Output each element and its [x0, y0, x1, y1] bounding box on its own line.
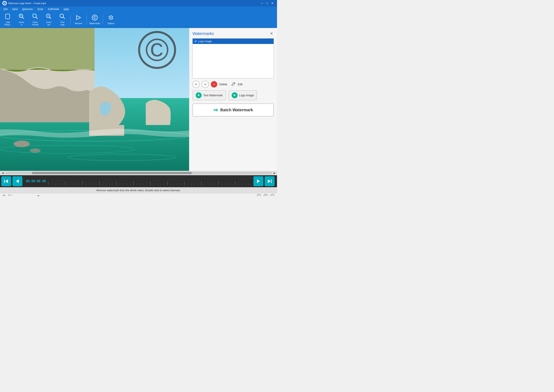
find-logo-label: FindLogo — [60, 21, 64, 26]
svg-point-45 — [270, 194, 274, 196]
ruler-tick — [245, 183, 249, 185]
zoom-out-button[interactable]: Zoomout — [42, 13, 55, 26]
maximize-button[interactable]: □ — [265, 1, 269, 5]
find-logo-icon — [59, 13, 66, 20]
menu-softorbits[interactable]: SoftOrbits — [46, 7, 61, 11]
svg-text:1: 1 — [19, 14, 20, 15]
add-files-icon — [5, 13, 11, 20]
remove-icon — [75, 14, 82, 21]
ruler-tick — [177, 183, 181, 185]
timeline-controls: 00:00:00 00 — [0, 175, 277, 187]
zoom-normal-button[interactable]: 1 Zoomnormal — [29, 13, 42, 26]
minimize-button[interactable]: ─ — [260, 1, 264, 5]
add-text-watermark-label: Text Watermark — [203, 94, 223, 97]
ruler-tick — [75, 183, 79, 185]
add-logo-image-icon: + — [232, 92, 238, 98]
ruler-tick — [225, 183, 228, 185]
move-up-button[interactable] — [192, 81, 200, 88]
skip-to-end-button[interactable] — [265, 176, 275, 186]
remove-button[interactable]: Remove — [72, 13, 85, 26]
ruler-tick — [215, 183, 218, 185]
ruler-tick — [69, 183, 72, 185]
facebook-icon[interactable]: f — [257, 194, 261, 196]
window-title: Remove Logo Now! - Coast.mp4 — [8, 2, 46, 5]
video-canvas: © — [0, 28, 189, 171]
ruler-tick — [154, 183, 157, 185]
menu-view[interactable]: View — [10, 7, 20, 11]
horizontal-scrollbar[interactable]: ◀ ▶ — [0, 171, 277, 175]
svg-point-18 — [60, 14, 63, 18]
watermarks-button[interactable]: C Watermarks — [88, 13, 101, 26]
svg-line-17 — [49, 17, 51, 19]
ruler-tick — [113, 183, 116, 185]
ruler-tick — [52, 183, 55, 185]
ruler-ticks — [48, 177, 252, 185]
watermarks-title: Watermarks — [192, 31, 214, 36]
menu-help[interactable]: Help — [62, 7, 71, 11]
ruler-tick — [126, 183, 130, 185]
find-logo-button[interactable]: FindLogo — [56, 13, 69, 26]
scroll-thumb[interactable] — [32, 172, 192, 174]
timeline-right-buttons — [253, 176, 276, 186]
zoom-normal-label: Zoomnormal — [32, 21, 38, 26]
zoom-in-button[interactable]: 1 Zoomin — [15, 13, 28, 26]
tick-container — [48, 177, 252, 185]
ruler-tick — [140, 183, 143, 185]
logo-image-checkbox[interactable] — [194, 40, 197, 42]
bottom-social-icons: f 𝕏 — [257, 194, 275, 196]
scroll-track[interactable] — [5, 172, 272, 174]
svg-rect-36 — [271, 179, 272, 183]
selection-icon — [8, 195, 12, 196]
menu-tools[interactable]: Tools — [35, 7, 45, 11]
scroll-left-button[interactable]: ◀ — [1, 171, 4, 175]
ruler-tick — [181, 183, 184, 185]
add-files-button[interactable]: AddFile(s)... — [2, 13, 14, 26]
twitter-icon[interactable]: 𝕏 — [263, 194, 268, 196]
options-button[interactable]: Options — [105, 13, 117, 26]
youtube-icon[interactable] — [270, 194, 275, 196]
add-text-watermark-icon: + — [196, 92, 202, 98]
logo-image-label: Logo Image — [198, 40, 212, 43]
ruler-tick — [82, 182, 86, 185]
add-buttons-row: + Text Watermark + Logo Image — [192, 90, 274, 100]
prev-frame-button[interactable] — [12, 176, 22, 186]
svg-marker-34 — [16, 179, 19, 183]
skip-to-start-button[interactable] — [1, 176, 11, 186]
title-bar-left: R Remove Logo Now! - Coast.mp4 — [2, 1, 46, 5]
toolbar: AddFile(s)... 1 Zoomin 1 Zoomnormal — [0, 12, 277, 28]
remove-label: Remove — [75, 22, 82, 25]
close-button[interactable]: ✕ — [270, 1, 275, 5]
next-frame-button[interactable] — [253, 176, 263, 186]
watermarks-icon: C — [91, 14, 98, 21]
zoom-out-label: Zoomout — [46, 21, 51, 26]
svg-rect-2 — [6, 14, 10, 19]
ruler-tick — [198, 183, 201, 185]
watermarks-list-item-logo[interactable]: Logo Image — [193, 39, 273, 44]
ruler-tick — [222, 183, 225, 185]
delete-button[interactable]: − — [211, 81, 217, 88]
batch-watermark-button[interactable]: ⇒ Batch Watermark — [192, 104, 274, 117]
ruler-tick — [157, 183, 161, 185]
add-text-watermark-button[interactable]: + Text Watermark — [192, 90, 226, 100]
ruler-tick — [65, 182, 69, 185]
ruler-tick — [72, 183, 75, 185]
batch-watermark-arrow-icon: ⇒ — [213, 107, 218, 113]
ruler-tick — [184, 182, 188, 185]
watermarks-list[interactable]: Logo Image — [192, 38, 274, 78]
title-bar: R Remove Logo Now! - Coast.mp4 ─ □ ✕ — [0, 0, 277, 6]
status-bar: Remove watermark from the whole video. D… — [0, 187, 277, 193]
scroll-right-button[interactable]: ▶ — [273, 171, 276, 175]
menu-bar: File View Selection Tools SoftOrbits Hel… — [0, 6, 277, 12]
add-logo-image-button[interactable]: + Logo Image — [228, 90, 257, 100]
ruler-tick — [164, 183, 167, 185]
menu-file[interactable]: File — [2, 7, 10, 11]
ruler-tick — [161, 183, 164, 185]
ruler-tick — [228, 183, 232, 185]
ruler-tick — [55, 183, 58, 185]
menu-selection[interactable]: Selection — [20, 7, 35, 11]
move-down-button[interactable] — [202, 81, 209, 88]
zoom-slider-thumb[interactable] — [37, 196, 40, 196]
edit-icon-button[interactable] — [231, 82, 236, 87]
close-watermarks-panel-button[interactable]: ✕ — [269, 31, 274, 36]
ruler-tick — [130, 183, 133, 185]
